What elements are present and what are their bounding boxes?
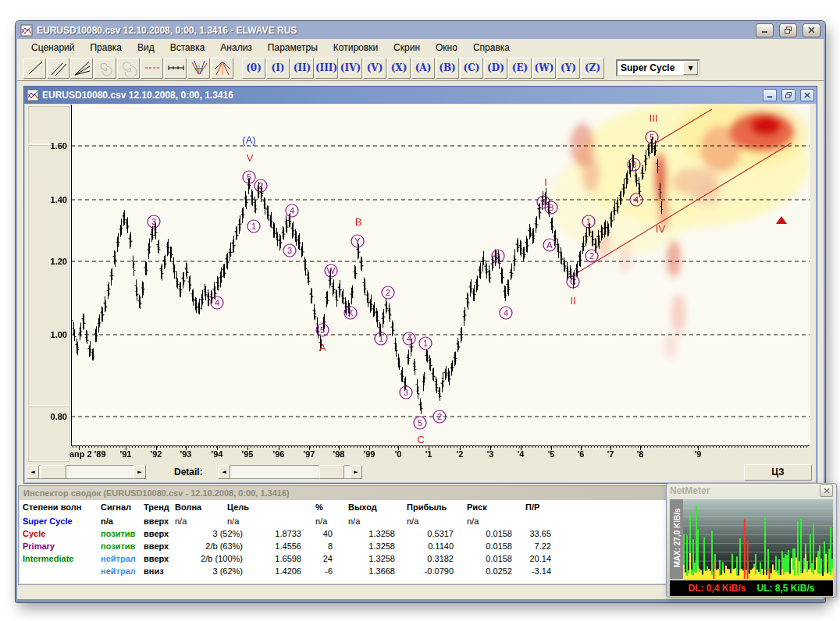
menu-item-2[interactable]: Вид <box>130 41 162 55</box>
inspector-cell-profit: 0.5317 <box>391 529 454 538</box>
menu-item-1[interactable]: Правка <box>82 41 130 55</box>
wave-red-label: C <box>417 434 424 445</box>
wave-label-button-Y[interactable]: (Y) <box>557 58 580 79</box>
inspector-column-header[interactable]: П/Р <box>525 502 539 512</box>
close-button[interactable] <box>803 23 820 37</box>
detail-hscrollbar[interactable]: ◄ ► <box>218 465 362 479</box>
wave-label-button-X[interactable]: (X) <box>387 58 411 79</box>
wave-label-button-E[interactable]: (E) <box>508 58 532 79</box>
x-axis-label: '98 <box>333 449 345 459</box>
menu-item-7[interactable]: Скрин <box>386 41 428 55</box>
inspector-column-header[interactable]: Выход <box>348 502 377 512</box>
inspector-titlebar[interactable]: Инспектор сводок (EURUSD10080.csv - 12.1… <box>19 486 669 500</box>
chart-body: 1.601.401.201.000.80апр 2 '89'91'92'93'9… <box>25 104 816 463</box>
wave-label-button-0[interactable]: (0) <box>242 58 265 79</box>
inspector-column-header[interactable]: Цель <box>227 502 249 512</box>
inspector-column-header[interactable]: Волна <box>175 502 201 512</box>
chevron-down-icon[interactable]: ▼ <box>683 61 698 75</box>
inspector-cell-signal: нейтрал <box>101 554 136 563</box>
spiral-tool-button[interactable] <box>94 58 116 79</box>
x-axis-label: апр 2 '89 <box>69 449 106 459</box>
y-axis-label: 1.20 <box>51 257 67 266</box>
detail-scroll-right-arrow-icon[interactable]: ► <box>350 465 362 479</box>
scroll-left-arrow-icon[interactable]: ◄ <box>27 465 39 479</box>
wave-label-button-II[interactable]: (II) <box>290 58 314 79</box>
wave-circled-label: 4 <box>290 206 294 215</box>
wave-red-label: I <box>544 176 547 188</box>
inspector-cell-exit: n/a <box>348 516 360 526</box>
chart-titlebar[interactable]: EURUSD10080.csv 12.10.2008, 0:00, 1.3416 <box>24 87 817 104</box>
netmeter-close-icon[interactable] <box>820 484 833 497</box>
wave-label-button-I[interactable]: (I) <box>266 58 290 79</box>
wave-label-button-V[interactable]: (V) <box>363 58 386 79</box>
inspector-cell-trend: вверх <box>144 554 169 563</box>
restore-button[interactable] <box>779 23 797 37</box>
chart-scroll-row: ◄ ► Detail: ◄ ► ЦЗ <box>25 463 816 482</box>
wave-label-button-IV[interactable]: (IV) <box>339 58 362 79</box>
wave-label-button-Z[interactable]: (Z) <box>581 58 604 79</box>
chart-restore-button[interactable] <box>781 89 796 101</box>
minimize-button[interactable] <box>756 23 774 37</box>
x-axis-label: '92 <box>151 449 162 459</box>
wave-label-button-A[interactable]: (A) <box>411 58 435 79</box>
pitchfork-icon <box>213 59 232 77</box>
cz-button[interactable]: ЦЗ <box>744 464 812 481</box>
menu-item-6[interactable]: Котировки <box>326 41 386 55</box>
chart-window-icon <box>27 89 39 101</box>
spiral-large-tool-button[interactable] <box>117 58 140 79</box>
scroll-right-arrow-icon[interactable]: ► <box>133 465 146 479</box>
wave-degree-select[interactable]: Super Cycle▼ <box>616 59 700 76</box>
dashed-line-tool-button[interactable] <box>141 58 163 79</box>
menu-item-8[interactable]: Окно <box>428 41 465 55</box>
wave-label-button-D[interactable]: (D) <box>484 58 507 79</box>
detail-scroll-thumb[interactable] <box>319 465 344 479</box>
detail-scroll-left-arrow-icon[interactable]: ◄ <box>218 465 230 479</box>
fan-lines-tool-button[interactable] <box>70 58 93 79</box>
inspector-window: Инспектор сводок (EURUSD10080.csv - 12.1… <box>18 485 670 585</box>
inspector-cell-trend: вверх <box>144 529 169 538</box>
chart-close-button[interactable] <box>800 89 814 101</box>
inspector-column-header[interactable]: Риск <box>467 502 487 512</box>
wave-circled-label: 2 <box>437 412 442 421</box>
inspector-column-header[interactable]: Степени волн <box>23 502 81 512</box>
wave-label-button-III[interactable]: (III) <box>315 58 338 79</box>
wave-circled-label: 3 <box>287 246 292 255</box>
inspector-column-header[interactable]: Прибыль <box>407 502 447 512</box>
pitchfork-tool-button[interactable] <box>211 58 233 79</box>
inspector-cell-profit: n/a <box>407 516 418 526</box>
wave-red-label: III <box>650 112 658 124</box>
x-axis-label: '96 <box>273 449 285 459</box>
price-chart[interactable]: 1.601.401.201.000.80апр 2 '89'91'92'93'9… <box>25 104 816 463</box>
main-titlebar[interactable]: EURUSD10080.csv 12.10.2008, 0:00, 1.3416… <box>17 21 824 39</box>
scroll-thumb[interactable] <box>41 465 66 479</box>
parallel-lines-tool-button[interactable] <box>47 58 69 79</box>
x-axis-label: '5 <box>548 449 555 459</box>
chart-minimize-button[interactable] <box>763 89 777 101</box>
menu-item-4[interactable]: Анализ <box>212 41 260 55</box>
menu-item-5[interactable]: Параметры <box>260 41 326 55</box>
wave-label-button-C[interactable]: (C) <box>460 58 483 79</box>
y-axis-label: 0.80 <box>51 412 67 421</box>
y-axis-label: 1.00 <box>51 330 67 339</box>
inspector-column-header[interactable]: Сигнал <box>101 502 131 512</box>
wave-label-button-B[interactable]: (B) <box>436 58 459 79</box>
netmeter-titlebar[interactable]: NetMeter <box>667 484 836 498</box>
menu-item-9[interactable]: Справка <box>465 41 518 55</box>
inspector-cell-wave: 3 (52%) <box>180 529 243 538</box>
measure-line-tool-button[interactable] <box>164 58 187 79</box>
chart-window: EURUSD10080.csv 12.10.2008, 0:00, 1.3416… <box>23 86 817 484</box>
wave-label-button-W[interactable]: (W) <box>532 58 556 79</box>
wave-circled-label: 4 <box>407 334 411 343</box>
menu-item-3[interactable]: Вставка <box>162 41 213 55</box>
inspector-cell-pnl: 33.65 <box>489 529 551 538</box>
inspector-column-header[interactable]: Тренд <box>144 502 169 512</box>
inspector-cell-trend: вниз <box>144 566 164 576</box>
inspector-column-header[interactable]: % <box>315 502 323 512</box>
wave-red-label: IV <box>656 223 666 235</box>
menu-item-0[interactable]: Сценарий <box>23 41 82 55</box>
expanding-channel-tool-button[interactable] <box>187 58 210 79</box>
main-hscrollbar[interactable]: ◄ ► <box>27 465 146 479</box>
expanding-channel-icon <box>190 59 208 77</box>
trendline-tool-button[interactable] <box>23 58 46 79</box>
inspector-cell-exit: 1.3258 <box>333 529 395 538</box>
